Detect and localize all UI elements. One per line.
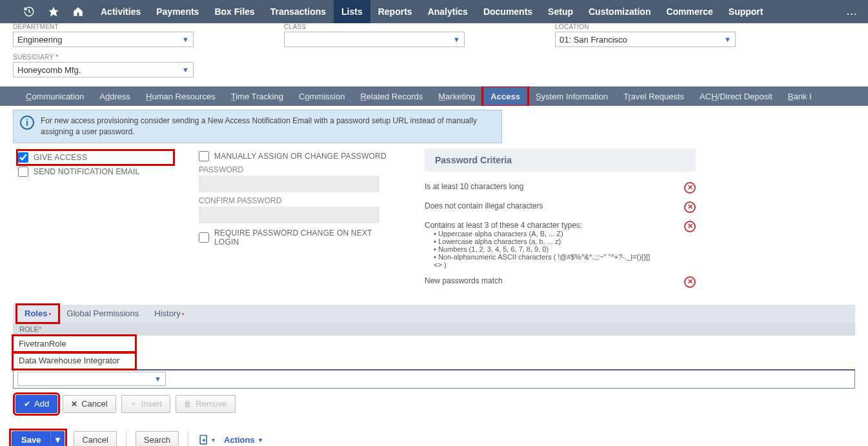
send-notification-checkbox[interactable]: [18, 167, 28, 177]
require-change-row: REQUIRE PASSWORD CHANGE ON NEXT LOGIN: [199, 228, 399, 247]
footer: Save ▼ Cancel Search ▾ Actions ▾: [0, 413, 868, 446]
department-label: DEPARTMENT: [13, 23, 194, 30]
nav-lists[interactable]: Lists: [334, 0, 370, 23]
roles-tab-roles[interactable]: Roles•: [17, 305, 59, 323]
save-dropdown-toggle[interactable]: ▼: [50, 431, 65, 446]
class-dropdown[interactable]: ▼: [284, 32, 465, 47]
manually-assign-label[interactable]: MANUALLY ASSIGN OR CHANGE PASSWORD: [214, 152, 387, 161]
divider: [188, 432, 188, 446]
fail-icon: ✕: [684, 201, 696, 213]
manually-assign-checkbox[interactable]: [199, 151, 209, 161]
home-icon[interactable]: [68, 2, 88, 21]
require-change-label[interactable]: REQUIRE PASSWORD CHANGE ON NEXT LOGIN: [214, 228, 399, 247]
attach-icon[interactable]: ▾: [197, 434, 215, 446]
search-button[interactable]: Search: [136, 431, 179, 446]
dropdown-caret-icon: ▼: [453, 35, 460, 43]
top-nav: Activities Payments Box Files Transactio…: [0, 0, 868, 23]
subtabs: Communication Address Human Resources Ti…: [0, 86, 868, 106]
dropdown-caret-icon: ▼: [724, 35, 731, 43]
criteria-heading: Password Criteria: [435, 155, 685, 165]
subtab-bank[interactable]: Bank I: [780, 86, 820, 106]
give-access-checkbox[interactable]: [18, 152, 28, 163]
subtab-human-resources[interactable]: Human Resources: [138, 86, 223, 106]
send-notification-row: SEND NOTIFICATION EMAIL: [18, 167, 173, 177]
roles-tab-global-permissions[interactable]: Global Permissions: [59, 305, 146, 323]
role-input-row: ▼: [13, 369, 855, 389]
subsidiary-dropdown[interactable]: Honeycomb Mfg. ▼: [13, 62, 194, 77]
info-icon: i: [20, 116, 34, 130]
svg-rect-1: [200, 435, 207, 443]
subtab-access[interactable]: Access: [483, 86, 528, 106]
criteria-row: Is at least 10 characters long ✕: [425, 178, 696, 198]
nav-reports[interactable]: Reports: [370, 0, 420, 23]
x-icon: ✕: [71, 400, 77, 409]
cancel-button[interactable]: Cancel: [74, 431, 116, 446]
dropdown-caret-icon: ▼: [182, 35, 189, 43]
location-dropdown[interactable]: 01: San Francisco ▼: [555, 32, 736, 47]
access-panel: GIVE ACCESS SEND NOTIFICATION EMAIL MANU…: [0, 143, 868, 292]
give-access-label[interactable]: GIVE ACCESS: [34, 153, 87, 162]
nav-transactions[interactable]: Transactions: [263, 0, 334, 23]
location-value: 01: San Francisco: [560, 35, 627, 45]
roles-tab-history[interactable]: History•: [146, 305, 192, 323]
plus-icon: ＋: [130, 398, 137, 409]
nav-support[interactable]: Support: [721, 0, 771, 23]
subtab-communication[interactable]: Communication: [18, 86, 92, 106]
save-split-button: Save ▼: [12, 431, 65, 446]
require-change-checkbox[interactable]: [199, 232, 209, 243]
dropdown-caret-icon: ▼: [182, 66, 189, 74]
check-icon: ✔: [24, 400, 30, 409]
role-column-header: ROLE*: [13, 323, 855, 336]
subtab-commission[interactable]: Commission: [291, 86, 353, 106]
nav-activities[interactable]: Activities: [93, 0, 148, 23]
criteria-row: Does not contain illegal characters ✕: [425, 198, 696, 217]
nav-documents[interactable]: Documents: [476, 0, 540, 23]
roles-tabs: Roles• Global Permissions History•: [13, 305, 855, 323]
manually-assign-row: MANUALLY ASSIGN OR CHANGE PASSWORD: [199, 151, 399, 161]
dropdown-caret-icon: ▼: [154, 375, 161, 383]
fail-icon: ✕: [684, 221, 696, 232]
department-dropdown[interactable]: Engineering ▼: [13, 32, 194, 47]
cancel-role-button[interactable]: ✕Cancel: [63, 395, 116, 413]
star-icon[interactable]: [44, 2, 63, 21]
password-input[interactable]: [199, 176, 379, 192]
divider: [126, 432, 126, 446]
remove-button[interactable]: 🗑Remove: [176, 395, 235, 413]
role-dropdown[interactable]: ▼: [17, 372, 166, 386]
subtab-related-records[interactable]: Related Records: [352, 86, 430, 106]
nav-box-files[interactable]: Box Files: [207, 0, 262, 23]
add-button[interactable]: ✔Add: [15, 395, 57, 413]
nav-analytics[interactable]: Analytics: [420, 0, 476, 23]
svg-marker-0: [49, 7, 59, 17]
subtab-ach-direct-deposit[interactable]: ACH/Direct Deposit: [692, 86, 780, 106]
send-notification-label[interactable]: SEND NOTIFICATION EMAIL: [34, 167, 139, 176]
class-label: CLASS: [284, 23, 465, 30]
role-row[interactable]: Data Warehouse Integrator: [13, 352, 136, 369]
info-text: For new access provisioning consider sen…: [41, 116, 495, 137]
fail-icon: ✕: [684, 276, 696, 288]
department-value: Engineering: [17, 35, 62, 45]
subtab-time-tracking[interactable]: Time Tracking: [223, 86, 291, 106]
subtab-system-information[interactable]: System Information: [528, 86, 616, 106]
subtab-travel-requests[interactable]: Travel Requests: [616, 86, 692, 106]
location-label: LOCATION: [555, 23, 736, 30]
nav-payments[interactable]: Payments: [148, 0, 207, 23]
password-criteria-box: Password Criteria: [425, 148, 696, 172]
nav-setup[interactable]: Setup: [540, 0, 581, 23]
nav-commerce[interactable]: Commerce: [658, 0, 720, 23]
subtab-address[interactable]: Address: [92, 86, 138, 106]
subsidiary-value: Honeycomb Mfg.: [17, 65, 81, 75]
criteria-row: Contains at least 3 of these 4 character…: [425, 217, 696, 272]
insert-button[interactable]: ＋Insert: [121, 395, 171, 413]
nav-more[interactable]: ...: [836, 7, 868, 17]
confirm-password-label: CONFIRM PASSWORD: [199, 196, 399, 205]
confirm-password-input[interactable]: [199, 207, 379, 223]
actions-menu[interactable]: Actions ▾: [224, 435, 262, 445]
info-banner: i For new access provisioning consider s…: [13, 110, 502, 143]
subtab-marketing[interactable]: Marketing: [430, 86, 483, 106]
history-icon[interactable]: [19, 2, 39, 21]
save-button[interactable]: Save: [12, 431, 50, 446]
password-label: PASSWORD: [199, 165, 399, 174]
nav-customization[interactable]: Customization: [581, 0, 658, 23]
role-row[interactable]: FivetranRole: [13, 336, 136, 352]
